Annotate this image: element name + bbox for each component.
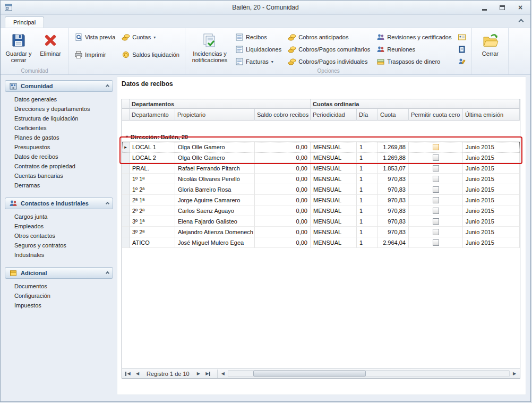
tab-principal[interactable]: Principal [5,16,44,28]
hscroll-thumb[interactable] [253,371,366,376]
band-departamentos[interactable]: Departamentos [130,99,311,109]
cell-propietario[interactable]: Elena Fajardo Galisteo [175,216,255,227]
cell-ultima-emision[interactable]: Junio 2015 [463,237,520,248]
sidebar-group-header-adicional[interactable]: Adicional [5,267,113,279]
eliminar-button[interactable]: Eliminar [35,30,66,58]
sidebar-item[interactable]: Coeficientes [5,124,113,133]
permitir-cuota-cero-checkbox[interactable] [433,176,439,182]
cell-saldo[interactable]: 0,00 [255,163,311,174]
cell-ultima-emision[interactable]: Junio 2015 [463,184,520,195]
cuotas-button[interactable]: Cuotas ▾ [118,32,183,42]
cell-departamento[interactable]: LOCAL 1 [130,142,175,152]
sidebar-item[interactable]: Derramas [5,181,113,191]
cell-departamento[interactable]: 2º 2ª [130,205,175,216]
cell-dia[interactable]: 1 [357,195,378,205]
address-book-button[interactable] [454,44,469,55]
cell-departamento[interactable]: ATICO [130,237,175,248]
sidebar-item[interactable]: Cargos junta [5,212,113,222]
guardar-y-cerrar-button[interactable]: Guardar y cerrar [3,30,35,64]
cell-cuota[interactable]: 970,83 [378,174,409,184]
liquidaciones-button[interactable]: Liquidaciones [232,44,285,55]
permitir-cuota-cero-checkbox[interactable] [433,239,439,246]
column-header-departamento[interactable]: Departamento [130,109,175,121]
nav-next-button[interactable]: ▶ [194,370,203,378]
contact-card-button[interactable] [454,32,469,42]
sidebar-item[interactable]: Planes de gastos [5,133,113,143]
table-row[interactable]: ATICO José Miguel Mulero Egea 0,00 MENSU… [122,237,520,248]
sidebar-item[interactable]: Industriales [5,251,113,260]
cell-permitir-cuota-cero[interactable] [409,195,463,205]
cell-saldo[interactable]: 0,00 [255,184,311,195]
sidebar-item[interactable]: Estructura de liquidación [5,114,113,124]
sidebar-item[interactable]: Datos generales [5,95,113,105]
cell-dia[interactable]: 1 [357,216,378,227]
column-header-propietario[interactable]: Propietario [175,109,255,121]
column-header-cuota[interactable]: Cuota [378,109,409,121]
cell-cuota[interactable]: 970,83 [378,195,409,205]
cell-departamento[interactable]: PRAL. [130,163,175,174]
cell-dia[interactable]: 1 [357,205,378,216]
table-row[interactable]: ▸ LOCAL 1 Olga Olle Gamero 0,00 MENSUAL … [122,142,520,152]
sidebar-item[interactable]: Empleados [5,222,113,231]
cell-periodicidad[interactable]: MENSUAL [311,205,357,216]
incidencias-button[interactable]: Incidencias y notificaciones [187,30,232,64]
hscroll-left-arrow[interactable]: ◀ [219,371,227,376]
cobros-pagos-comunitarios-button[interactable]: Cobros/Pagos comunitarios [285,44,373,55]
cell-periodicidad[interactable]: MENSUAL [311,216,357,227]
nav-last-button[interactable]: ▶ [203,370,213,378]
cell-permitir-cuota-cero[interactable] [409,205,463,216]
cell-cuota[interactable]: 970,83 [378,205,409,216]
cobros-pagos-individuales-button[interactable]: Cobros/Pagos individuales [285,56,373,67]
sidebar-item[interactable]: Otros contactos [5,231,113,241]
cell-cuota[interactable]: 1.269,88 [378,152,409,163]
facturas-button[interactable]: Facturas ▾ [232,56,285,67]
cell-propietario[interactable]: Rafael Ferrando Pitarch [175,163,255,174]
cell-saldo[interactable]: 0,00 [255,227,311,237]
sidebar-group-header-comunidad[interactable]: Comunidad [5,80,113,92]
column-header-ultima-emision[interactable]: Última emisión [463,109,520,121]
close-button[interactable]: × [516,3,525,12]
cell-departamento[interactable]: 3º 2ª [130,227,175,237]
table-row[interactable]: LOCAL 2 Olga Olle Gamero 0,00 MENSUAL 1 … [122,152,520,163]
cell-dia[interactable]: 1 [357,237,378,248]
nav-first-button[interactable]: ◀ [123,370,133,378]
cell-dia[interactable]: 1 [357,174,378,184]
cell-permitir-cuota-cero[interactable] [409,163,463,174]
imprimir-button[interactable]: Imprimir [71,49,118,60]
cell-periodicidad[interactable]: MENSUAL [311,163,357,174]
cell-cuota[interactable]: 1.853,07 [378,163,409,174]
table-row[interactable]: 1º 1ª Nicolás Olivares Perelló 0,00 MENS… [122,174,520,184]
sidebar-item[interactable]: Contratos de propiedad [5,162,113,172]
cell-ultima-emision[interactable]: Junio 2015 [463,142,520,152]
cell-saldo[interactable]: 0,00 [255,216,311,227]
cell-departamento[interactable]: 1º 2ª [130,184,175,195]
cell-ultima-emision[interactable]: Junio 2015 [463,163,520,174]
cell-permitir-cuota-cero[interactable] [409,237,463,248]
cell-dia[interactable]: 1 [357,227,378,237]
ribbon-collapse-chevron-icon[interactable] [519,19,524,24]
reuniones-button[interactable]: Reuniones [373,44,454,55]
cell-propietario[interactable]: Gloria Barreiro Rosa [175,184,255,195]
cobros-anticipados-button[interactable]: Cobros anticipados [285,32,373,42]
cell-dia[interactable]: 1 [357,152,378,163]
cell-saldo[interactable]: 0,00 [255,174,311,184]
sidebar-item[interactable]: Documentos [5,282,113,291]
cell-ultima-emision[interactable]: Junio 2015 [463,227,520,237]
cell-cuota[interactable]: 1.269,88 [378,142,409,152]
cell-saldo[interactable]: 0,00 [255,152,311,163]
cell-saldo[interactable]: 0,00 [255,142,311,152]
cell-propietario[interactable]: Nicolás Olivares Perelló [175,174,255,184]
hscroll-track[interactable] [228,370,510,377]
minimize-button[interactable] [479,3,489,12]
table-row[interactable]: PRAL. Rafael Ferrando Pitarch 0,00 MENSU… [122,163,520,174]
group-row-direccion[interactable]: ▾ Dirección: Bailén, 20 [122,132,520,142]
cell-departamento[interactable]: 2ª 1ª [130,195,175,205]
cell-dia[interactable]: 1 [357,184,378,195]
cerrar-button[interactable]: Cerrar [474,30,506,58]
cell-dia[interactable]: 1 [357,142,378,152]
cell-permitir-cuota-cero[interactable] [409,227,463,237]
cell-periodicidad[interactable]: MENSUAL [311,184,357,195]
column-header-dia[interactable]: Día [357,109,378,121]
recibos-button[interactable]: Recibos [232,32,285,42]
cell-periodicidad[interactable]: MENSUAL [311,174,357,184]
